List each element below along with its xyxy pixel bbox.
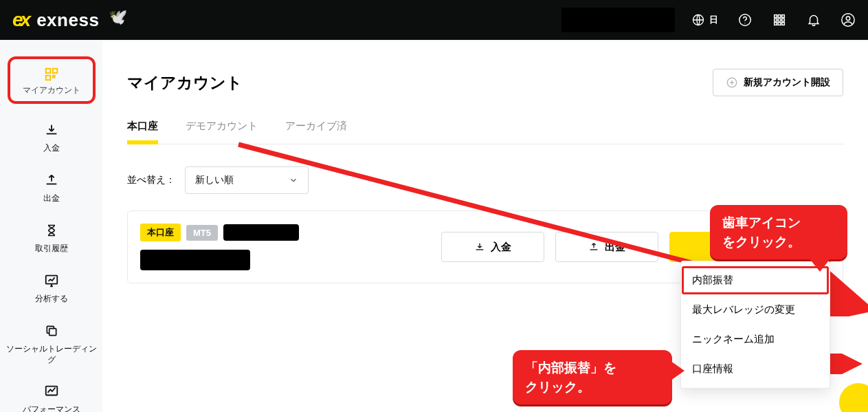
grid-icon [772,12,787,28]
svg-rect-15 [52,69,56,73]
svg-rect-14 [45,69,49,73]
sidebar-item-label: パフォーマンス [23,404,80,412]
withdraw-icon [588,241,599,252]
svg-rect-8 [782,19,785,21]
svg-rect-4 [778,15,781,18]
menu-item-label: 最大レバレッジの変更 [692,304,795,315]
menu-item-change-leverage[interactable]: 最大レバレッジの変更 [681,295,830,325]
notifications-button[interactable] [806,12,821,28]
profile-button[interactable] [841,12,856,28]
trend-icon [43,383,60,400]
redacted-balance [140,250,250,270]
tab-label: 本口座 [127,120,158,131]
sidebar: マイアカウント 入金 出金 取引履歴 分析する ソーシャルトレーディング パフォ… [0,40,102,412]
analytics-icon [43,272,60,289]
svg-rect-19 [49,329,56,336]
sidebar-item-deposit[interactable]: 入金 [0,122,102,154]
withdraw-button[interactable]: 出金 [555,232,658,262]
page-title: マイアカウント [127,72,243,94]
tab-label: アーカイブ済 [285,120,347,131]
svg-rect-11 [782,23,785,25]
svg-rect-7 [778,19,781,21]
sidebar-item-history[interactable]: 取引履歴 [0,222,102,254]
copy-icon [43,323,60,339]
chevron-down-icon [289,175,298,185]
chat-bubble-icon[interactable] [839,383,868,412]
sidebar-item-social-trading[interactable]: ソーシャルトレーディング [0,323,102,365]
svg-rect-5 [782,15,785,18]
brand-logo[interactable]: ex exness 🕊️ [12,9,127,31]
top-bar: ex exness 🕊️ 日 [0,0,868,40]
redacted-account-name [223,224,299,241]
help-icon [737,12,753,28]
sidebar-item-label: 入金 [43,142,60,154]
callout-text: 「内部振替」を [525,360,616,375]
tab-archived[interactable]: アーカイブ済 [285,116,347,144]
tab-label: デモアカウント [186,120,258,131]
withdraw-icon [43,172,60,188]
language-label: 日 [709,14,718,26]
callout-text: をクリック。 [722,235,801,249]
tab-real[interactable]: 本口座 [127,116,158,144]
logo-mark-icon: ex [12,9,28,31]
sidebar-item-label: 出金 [43,193,60,204]
globe-icon [691,13,705,27]
menu-item-label: 口座情報 [692,363,733,374]
redacted-balance [561,8,675,32]
sidebar-item-label: 取引履歴 [35,243,68,254]
deposit-icon [474,241,485,252]
svg-rect-6 [775,19,777,21]
logo-text: exness [36,10,99,31]
menu-item-internal-transfer[interactable]: 内部振替 [681,265,830,295]
sidebar-item-my-accounts[interactable]: マイアカウント [0,56,102,104]
new-account-label: 新規アカウント開設 [744,76,830,89]
sidebar-item-performance[interactable]: パフォーマンス [0,383,102,412]
deposit-label: 入金 [491,241,511,254]
help-button[interactable] [737,12,753,28]
sort-select[interactable]: 新しい順 [185,166,309,194]
sidebar-item-label: ソーシャルトレーディング [4,343,98,365]
sidebar-item-label: 分析する [35,293,68,305]
svg-rect-9 [775,23,777,25]
bell-icon [806,12,821,28]
main-panel: マイアカウント 新規アカウント開設 本口座 デモアカウント アーカイブ済 並べ替… [102,41,868,412]
menu-item-account-info[interactable]: 口座情報 [681,354,830,384]
language-switcher[interactable]: 日 [691,13,718,27]
new-account-button[interactable]: 新規アカウント開設 [713,69,843,96]
callout-text: クリック。 [525,380,590,394]
dashboard-icon [43,66,60,83]
svg-rect-16 [45,76,49,80]
sidebar-item-analytics[interactable]: 分析する [0,272,102,305]
badge-real: 本口座 [140,224,181,241]
tab-demo[interactable]: デモアカウント [186,116,258,144]
callout-text: 歯車アイコン [722,215,801,230]
svg-rect-10 [778,23,781,25]
svg-point-2 [744,23,745,23]
account-settings-menu: 内部振替 最大レバレッジの変更 ニックネーム追加 口座情報 [680,261,830,389]
annotation-callout: 「内部振替」を クリック。 [513,350,672,404]
menu-item-label: ニックネーム追加 [692,334,775,345]
account-tabs: 本口座 デモアカウント アーカイブ済 [127,116,843,144]
apps-button[interactable] [772,12,787,28]
hourglass-icon [43,222,60,239]
deposit-icon [43,122,60,138]
sort-value: 新しい順 [195,174,234,186]
deposit-button[interactable]: 入金 [441,232,544,262]
menu-item-label: 内部振替 [692,274,733,285]
annotation-callout: 歯車アイコン をクリック。 [710,205,847,259]
sidebar-item-withdraw[interactable]: 出金 [0,172,102,204]
dove-icon: 🕊️ [109,8,127,26]
sort-label: 並べ替え： [127,174,175,186]
badge-platform: MT5 [186,225,218,241]
plus-icon [726,76,738,89]
withdraw-label: 出金 [605,241,625,254]
menu-item-add-nickname[interactable]: ニックネーム追加 [681,325,830,354]
svg-rect-17 [52,76,54,78]
svg-point-13 [846,17,850,20]
sidebar-item-label: マイアカウント [23,85,80,96]
user-icon [841,12,856,28]
svg-rect-3 [775,15,777,18]
